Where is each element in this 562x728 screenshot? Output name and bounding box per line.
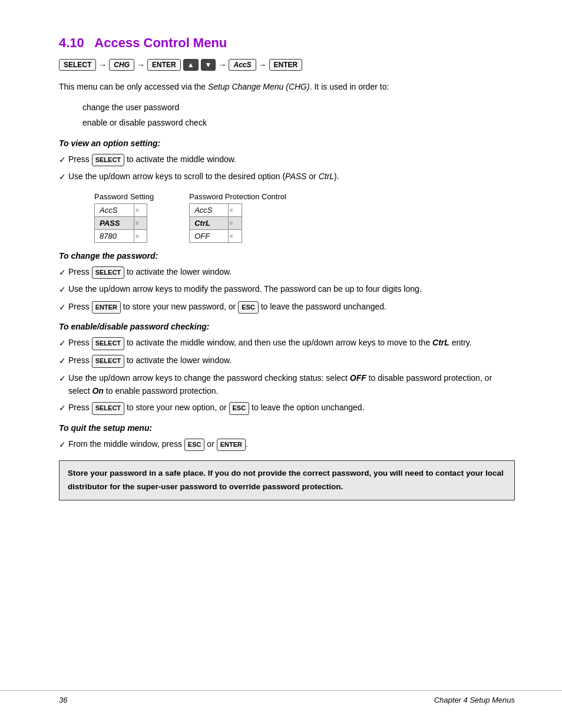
enable-item-2: ✓ Press SELECT to activate the lower win…	[59, 354, 515, 368]
footer-chapter: Chapter 4 Setup Menus	[434, 696, 515, 704]
checkmark-1: ✓	[59, 153, 66, 166]
change-item-3: ✓ Press ENTER to store your new password…	[59, 300, 515, 314]
arrow-4: →	[259, 60, 267, 70]
checkmark-6: ✓	[59, 337, 66, 350]
table-row: OFF ≡	[190, 229, 242, 242]
key-down: ▼	[201, 59, 216, 71]
scroll-cell: ≡	[228, 216, 242, 229]
table-cell: CtrL	[190, 216, 229, 229]
table-row: CtrL ≡	[190, 216, 242, 229]
scroll-cell: ≡	[228, 203, 242, 216]
footer-page-number: 36	[59, 696, 67, 704]
scroll-cell: ≡	[134, 216, 147, 229]
heading-change: To change the password:	[59, 251, 515, 261]
password-protection-table: AccS ≡ CtrL ≡ OFF ≡	[189, 203, 242, 243]
page-footer: 36 Chapter 4 Setup Menus	[0, 690, 562, 704]
change-item-2: ✓ Use the up/down arrow keys to modify t…	[59, 282, 515, 296]
quit-item-1: ✓ From the middle window, press ESC or E…	[59, 437, 515, 452]
checkmark-4: ✓	[59, 283, 66, 296]
arrow-2: →	[137, 60, 145, 70]
inline-esc-1: ESC	[238, 301, 259, 314]
table-row: 8780 ≡	[95, 229, 147, 242]
enable-text-4: Press SELECT to store your new option, o…	[68, 401, 515, 415]
inline-select-4: SELECT	[92, 355, 124, 368]
table-row: AccS ≡	[190, 203, 242, 216]
bullet-1: change the user password	[82, 100, 515, 115]
table-cell: OFF	[190, 229, 229, 242]
checkmark-8: ✓	[59, 372, 66, 385]
table-cell: PASS	[95, 216, 134, 229]
key-select: SELECT	[59, 59, 96, 71]
checkmark-5: ✓	[59, 301, 66, 314]
tables-row: Password Setting AccS ≡ PASS ≡ 8780 ≡	[94, 192, 515, 243]
view-text-2: Use the up/down arrow keys to scroll to …	[68, 170, 515, 183]
intro-text: This menu can be only accessed via the S…	[59, 80, 515, 93]
intro-bullets: change the user password enable or disab…	[82, 100, 515, 130]
table-label-left: Password Setting	[94, 192, 154, 201]
enable-item-3: ✓ Use the up/down arrow keys to change t…	[59, 371, 515, 398]
scroll-cell: ≡	[134, 229, 147, 242]
key-enter-1: ENTER	[147, 59, 181, 71]
checkmark-3: ✓	[59, 266, 66, 279]
scroll-cell: ≡	[134, 203, 147, 216]
view-item-2: ✓ Use the up/down arrow keys to scroll t…	[59, 170, 515, 183]
heading-quit: To quit the setup menu:	[59, 423, 515, 433]
password-protection-group: Password Protection Control AccS ≡ CtrL …	[189, 192, 286, 243]
inline-esc-3: ESC	[184, 439, 205, 452]
password-setting-group: Password Setting AccS ≡ PASS ≡ 8780 ≡	[94, 192, 154, 243]
page: 4.10 Access Control Menu SELECT → CHG → …	[0, 0, 562, 728]
enable-text-2: Press SELECT to activate the lower windo…	[68, 354, 515, 368]
view-item-1: ✓ Press SELECT to activate the middle wi…	[59, 153, 515, 167]
section-name: Access Control Menu	[94, 35, 227, 50]
quit-text-1: From the middle window, press ESC or ENT…	[68, 437, 515, 452]
key-up: ▲	[183, 59, 199, 71]
change-text-1: Press SELECT to activate the lower windo…	[68, 265, 515, 279]
table-label-right: Password Protection Control	[189, 192, 286, 201]
checkmark-7: ✓	[59, 354, 66, 367]
enable-text-1: Press SELECT to activate the middle wind…	[68, 336, 515, 350]
key-chg: CHG	[109, 59, 134, 71]
enable-item-1: ✓ Press SELECT to activate the middle wi…	[59, 336, 515, 350]
view-text-1: Press SELECT to activate the middle wind…	[68, 153, 515, 167]
checkmark-9: ✓	[59, 401, 66, 414]
checkmark-10: ✓	[59, 438, 66, 451]
table-cell: AccS	[95, 203, 134, 216]
inline-select-1: SELECT	[92, 154, 124, 167]
bullet-2: enable or disable password check	[82, 116, 515, 130]
arrow-3: →	[218, 60, 226, 70]
inline-select-2: SELECT	[92, 266, 124, 279]
enable-text-3: Use the up/down arrow keys to change the…	[68, 371, 515, 398]
nav-bar: SELECT → CHG → ENTER ▲ ▼ → AccS → ENTER	[59, 59, 515, 71]
section-number: 4.10	[59, 35, 84, 50]
scroll-cell: ≡	[228, 229, 242, 242]
enable-item-4: ✓ Press SELECT to store your new option,…	[59, 401, 515, 415]
key-accs: AccS	[229, 59, 256, 71]
change-text-2: Use the up/down arrow keys to modify the…	[68, 282, 515, 295]
table-row: AccS ≡	[95, 203, 147, 216]
change-item-1: ✓ Press SELECT to activate the lower win…	[59, 265, 515, 279]
change-text-3: Press ENTER to store your new password, …	[68, 300, 515, 314]
arrow-1: →	[98, 60, 107, 70]
heading-view: To view an option setting:	[59, 139, 515, 148]
inline-enter-1: ENTER	[92, 301, 121, 314]
inline-select-3: SELECT	[92, 337, 124, 350]
inline-enter-2: ENTER	[217, 439, 246, 452]
heading-enable: To enable/disable password checking:	[59, 322, 515, 331]
inline-select-5: SELECT	[92, 402, 124, 415]
table-cell: 8780	[95, 229, 134, 242]
key-enter-2: ENTER	[269, 59, 303, 71]
warning-box: Store your password in a safe place. If …	[59, 460, 515, 500]
table-row: PASS ≡	[95, 216, 147, 229]
inline-esc-2: ESC	[229, 402, 250, 415]
warning-text: Store your password in a safe place. If …	[68, 469, 504, 491]
section-title: 4.10 Access Control Menu	[59, 35, 515, 51]
checkmark-2: ✓	[59, 170, 66, 183]
table-cell: AccS	[190, 203, 229, 216]
password-setting-table: AccS ≡ PASS ≡ 8780 ≡	[94, 203, 147, 243]
